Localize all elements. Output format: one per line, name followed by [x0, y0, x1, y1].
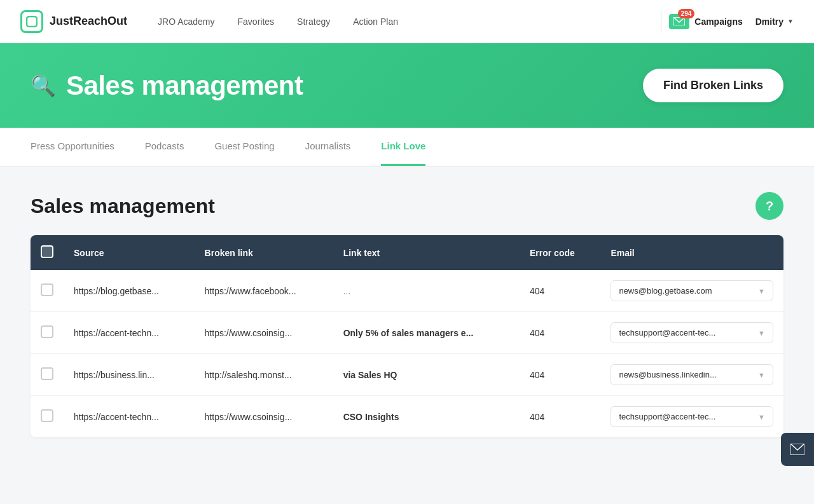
row-checkbox-cell[interactable]	[31, 354, 64, 396]
row-email-cell: news@business.linkedin... ▼	[600, 354, 783, 396]
nav-divider	[661, 10, 661, 33]
row-broken-link[interactable]: https://www.facebook...	[195, 270, 333, 312]
row-checkbox[interactable]	[41, 367, 53, 380]
chevron-down-icon: ▼	[758, 413, 765, 421]
chevron-down-icon: ▼	[758, 287, 765, 295]
campaigns-icon: 294	[669, 14, 689, 29]
tab-link-love[interactable]: Link Love	[381, 128, 425, 166]
row-checkbox[interactable]	[41, 409, 53, 422]
hero-search: 🔍 Sales management	[31, 71, 303, 101]
navigation: JustReachOut JRO Academy Favorites Strat…	[0, 0, 814, 43]
table-header-row: Source Broken link Link text Error code …	[31, 235, 783, 270]
row-checkbox[interactable]	[41, 325, 53, 338]
email-value: news@blog.getbase.com	[619, 286, 712, 296]
row-checkbox-cell[interactable]	[31, 270, 64, 312]
row-broken-link[interactable]: http://saleshq.monst...	[195, 354, 333, 396]
search-icon: 🔍	[31, 74, 56, 98]
user-name: Dmitry	[755, 17, 783, 27]
row-broken-link[interactable]: https://www.csoinsig...	[195, 396, 333, 438]
select-all-checkbox[interactable]	[41, 245, 53, 258]
chevron-down-icon: ▼	[758, 329, 765, 337]
email-value: techsupport@accent-tec...	[619, 328, 715, 337]
row-error-code: 404	[520, 396, 600, 438]
table-row: https://accent-techn... https://www.csoi…	[31, 396, 783, 438]
row-email-cell: techsupport@accent-tec... ▼	[600, 312, 783, 354]
user-menu[interactable]: Dmitry ▼	[755, 17, 794, 27]
chevron-down-icon: ▼	[787, 18, 794, 25]
page-title: Sales management	[31, 194, 215, 218]
main-content: Sales management ? Source Broken link Li…	[0, 167, 814, 463]
tab-journalists[interactable]: Journalists	[305, 128, 351, 166]
tab-guest-posting[interactable]: Guest Posting	[214, 128, 274, 166]
th-link-text: Link text	[333, 235, 520, 270]
row-error-code: 404	[520, 312, 600, 354]
nav-action-plan[interactable]: Action Plan	[353, 17, 398, 27]
email-dropdown[interactable]: techsupport@accent-tec... ▼	[610, 322, 773, 343]
email-value: techsupport@accent-tec...	[619, 412, 715, 421]
campaigns-badge: 294	[678, 9, 695, 18]
nav-favorites[interactable]: Favorites	[238, 17, 275, 27]
th-error-code: Error code	[520, 235, 600, 270]
row-checkbox-cell[interactable]	[31, 396, 64, 438]
row-source: https://business.lin...	[64, 354, 195, 396]
email-dropdown[interactable]: techsupport@accent-tec... ▼	[610, 406, 773, 427]
logo-icon	[20, 10, 43, 33]
broken-links-table: Source Broken link Link text Error code …	[31, 235, 783, 437]
email-dropdown[interactable]: news@business.linkedin... ▼	[610, 364, 773, 385]
th-source: Source	[64, 235, 195, 270]
tabs-bar: Press Opportunities Podcasts Guest Posti…	[0, 128, 814, 167]
campaigns-label: Campaigns	[694, 17, 742, 27]
th-broken-link: Broken link	[195, 235, 333, 270]
logo[interactable]: JustReachOut	[20, 10, 127, 33]
row-checkbox-cell[interactable]	[31, 312, 64, 354]
row-source: https://blog.getbase...	[64, 270, 195, 312]
float-action-button[interactable]	[781, 433, 814, 466]
campaigns-button[interactable]: 294 Campaigns	[669, 14, 742, 29]
row-link-text: via Sales HQ	[333, 354, 520, 396]
tab-podcasts[interactable]: Podcasts	[145, 128, 184, 166]
table-row: https://accent-techn... https://www.csoi…	[31, 312, 783, 354]
row-link-text: Only 5% of sales managers e...	[333, 312, 520, 354]
email-dropdown[interactable]: news@blog.getbase.com ▼	[610, 280, 773, 301]
row-source: https://accent-techn...	[64, 396, 195, 438]
table-row: https://business.lin... http://saleshq.m…	[31, 354, 783, 396]
logo-text: JustReachOut	[50, 15, 127, 28]
help-button[interactable]: ?	[755, 192, 783, 220]
row-checkbox[interactable]	[41, 283, 53, 296]
nav-strategy[interactable]: Strategy	[297, 17, 330, 27]
row-email-cell: techsupport@accent-tec... ▼	[600, 396, 783, 438]
nav-links: JRO Academy Favorites Strategy Action Pl…	[158, 17, 653, 27]
hero-title: Sales management	[66, 71, 303, 101]
row-email-cell: news@blog.getbase.com ▼	[600, 270, 783, 312]
row-broken-link[interactable]: https://www.csoinsig...	[195, 312, 333, 354]
th-email: Email	[600, 235, 783, 270]
chevron-down-icon: ▼	[758, 371, 765, 379]
find-broken-links-button[interactable]: Find Broken Links	[643, 69, 783, 102]
row-link-text: ...	[333, 270, 520, 312]
row-link-text: CSO Insights	[333, 396, 520, 438]
table-row: https://blog.getbase... https://www.face…	[31, 270, 783, 312]
page-header: Sales management ?	[31, 192, 783, 220]
nav-jro-academy[interactable]: JRO Academy	[158, 17, 214, 27]
svg-rect-0	[27, 17, 37, 27]
select-all-header[interactable]	[31, 235, 64, 270]
row-error-code: 404	[520, 354, 600, 396]
email-value: news@business.linkedin...	[619, 370, 716, 379]
row-source: https://accent-techn...	[64, 312, 195, 354]
hero-section: 🔍 Sales management Find Broken Links	[0, 43, 814, 128]
tab-press-opportunities[interactable]: Press Opportunities	[31, 128, 114, 166]
row-error-code: 404	[520, 270, 600, 312]
